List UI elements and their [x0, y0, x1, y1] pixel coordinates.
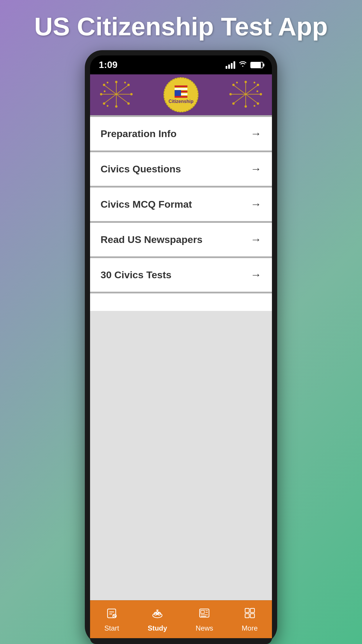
svg-point-28 [245, 81, 247, 83]
svg-point-30 [230, 93, 231, 95]
tab-start[interactable]: Start [99, 604, 125, 635]
svg-point-11 [103, 103, 105, 104]
svg-point-10 [100, 93, 102, 95]
phone-frame: 1:09 [85, 50, 277, 644]
svg-rect-58 [245, 608, 249, 612]
arrow-icon-prep-info: → [250, 127, 261, 140]
status-time: 1:09 [99, 60, 117, 70]
left-fireworks [99, 80, 134, 110]
right-fireworks [228, 80, 263, 110]
study-icon [151, 607, 164, 622]
prep-info-label: Preparation Info [101, 128, 177, 139]
read-newspapers-label: Read US Newspapers [101, 234, 203, 245]
news-icon [198, 607, 211, 622]
arrow-icon-read-newspapers: → [250, 233, 261, 246]
citizenship-badge: Citizenship [164, 77, 198, 112]
more-icon [243, 607, 256, 622]
tab-news-label: News [196, 624, 213, 632]
menu-item-partial[interactable] [90, 293, 272, 311]
tab-start-label: Start [104, 624, 119, 632]
menu-item-civics-questions[interactable]: Civics Questions → [90, 152, 272, 186]
svg-point-36 [236, 82, 238, 83]
app-screen: Citizenship [90, 74, 272, 638]
svg-line-5 [116, 94, 128, 103]
status-bar: 1:09 [90, 55, 272, 74]
svg-point-35 [257, 84, 259, 86]
app-banner: Citizenship [90, 74, 272, 115]
tab-news[interactable]: News [190, 604, 219, 635]
svg-rect-60 [245, 614, 249, 618]
menu-item-civics-tests[interactable]: 30 Civics Tests → [90, 258, 272, 292]
tab-more[interactable]: More [236, 604, 263, 635]
svg-point-37 [254, 82, 255, 83]
svg-point-32 [245, 106, 247, 107]
svg-point-29 [233, 84, 234, 86]
arrow-icon-civics-questions: → [250, 163, 261, 175]
svg-point-34 [260, 93, 262, 95]
tab-bar: Start Study [90, 600, 272, 638]
civics-tests-label: 30 Civics Tests [101, 269, 171, 281]
svg-line-1 [105, 85, 116, 94]
tab-study[interactable]: Study [142, 604, 173, 635]
menu-item-prep-info[interactable]: Preparation Info → [90, 117, 272, 150]
svg-rect-59 [250, 608, 254, 612]
battery-icon [250, 62, 263, 68]
svg-point-33 [257, 103, 259, 104]
page-title: US Citizenship Test App [17, 0, 345, 50]
tab-more-label: More [242, 624, 258, 632]
svg-point-18 [104, 91, 105, 92]
banner-decorations: Citizenship [90, 74, 272, 115]
svg-point-13 [128, 103, 129, 104]
badge-label: Citizenship [168, 99, 193, 104]
phone-bottom [90, 638, 272, 644]
svg-line-21 [234, 85, 246, 94]
wifi-icon [239, 60, 247, 69]
svg-point-31 [233, 103, 234, 104]
svg-rect-61 [250, 614, 254, 618]
svg-line-27 [246, 85, 257, 94]
svg-point-38 [257, 91, 258, 92]
svg-point-39 [254, 105, 255, 106]
svg-line-3 [105, 94, 116, 103]
svg-rect-53 [201, 610, 204, 613]
badge-flag [175, 85, 187, 98]
menu-item-read-newspapers[interactable]: Read US Newspapers → [90, 223, 272, 256]
svg-line-23 [234, 94, 246, 103]
svg-point-9 [103, 84, 105, 86]
svg-point-12 [115, 106, 117, 107]
arrow-icon-civics-tests: → [250, 269, 261, 281]
status-icons [226, 60, 263, 69]
svg-point-17 [124, 82, 126, 83]
svg-point-15 [128, 84, 129, 86]
signal-icon [226, 61, 235, 69]
svg-point-8 [115, 81, 117, 83]
svg-point-14 [131, 93, 132, 95]
tab-study-label: Study [148, 624, 167, 632]
svg-line-25 [246, 94, 257, 103]
menu-item-civics-mcq[interactable]: Civics MCQ Format → [90, 188, 272, 221]
svg-point-16 [107, 82, 108, 83]
svg-line-7 [116, 85, 128, 94]
arrow-icon-civics-mcq: → [250, 198, 261, 211]
start-icon [105, 607, 118, 622]
menu-list: Preparation Info → Civics Questions → Ci… [90, 115, 272, 600]
svg-point-19 [107, 105, 108, 106]
civics-mcq-label: Civics MCQ Format [101, 199, 192, 210]
civics-questions-label: Civics Questions [101, 163, 181, 175]
